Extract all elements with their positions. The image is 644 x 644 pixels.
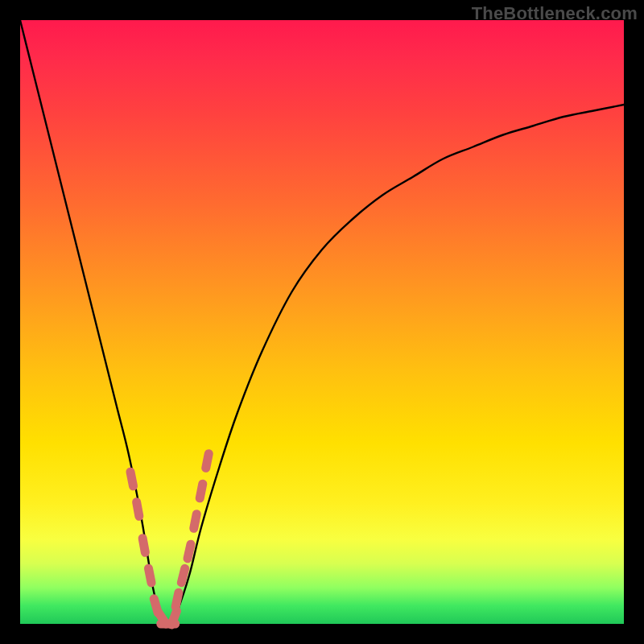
highlight-dot [137, 502, 139, 517]
highlight-dot [130, 472, 134, 486]
highlight-dot [188, 544, 191, 559]
curve-layer [20, 20, 624, 624]
highlight-dot [181, 568, 184, 582]
highlight-dot [194, 514, 197, 529]
bottleneck-curve [20, 20, 624, 625]
highlight-dot [171, 611, 176, 625]
highlight-dots [130, 454, 208, 625]
highlight-dot [148, 568, 151, 583]
highlight-dot [200, 484, 203, 498]
plot-area [20, 20, 624, 624]
highlight-dot [142, 539, 145, 553]
highlight-dot [206, 454, 209, 469]
chart-frame: TheBottleneck.com [0, 0, 644, 644]
highlight-dot [175, 592, 179, 607]
watermark-text: TheBottleneck.com [472, 3, 638, 24]
